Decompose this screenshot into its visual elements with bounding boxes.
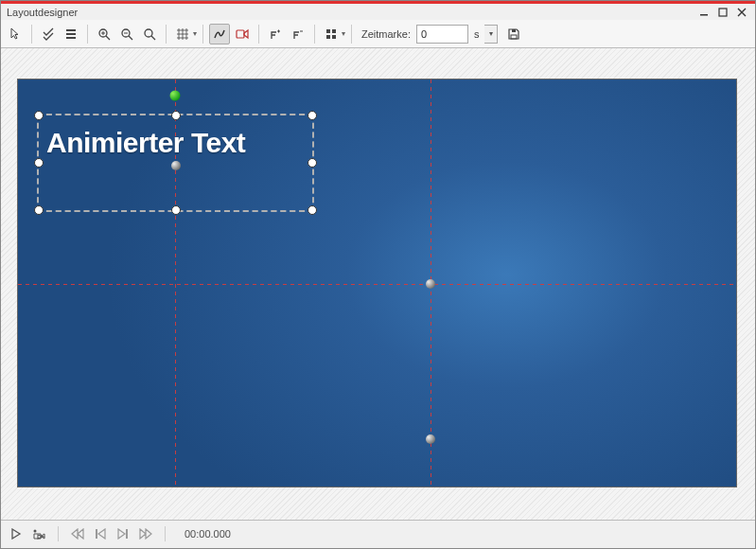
forward-button[interactable] xyxy=(136,525,155,542)
selection-box[interactable]: Animierter Text xyxy=(37,114,314,212)
handle-ne[interactable] xyxy=(308,111,317,120)
svg-point-7 xyxy=(145,29,152,37)
keyframe-remove-icon[interactable] xyxy=(288,24,308,44)
playback-bar: 00:00.000 xyxy=(1,520,755,547)
handle-w[interactable] xyxy=(34,158,44,168)
rotation-pivot[interactable] xyxy=(170,91,181,101)
window-title: Layoutdesigner xyxy=(7,7,78,18)
handle-n[interactable] xyxy=(171,111,181,120)
record-icon[interactable] xyxy=(232,24,253,44)
svg-rect-16 xyxy=(96,529,97,539)
design-canvas[interactable]: Animierter Text xyxy=(17,79,737,487)
animated-text[interactable]: Animierter Text xyxy=(46,127,245,159)
playback-time: 00:00.000 xyxy=(185,528,231,540)
timemark-unit: s xyxy=(474,28,480,40)
minimize-button[interactable] xyxy=(696,6,712,19)
grid-icon[interactable] xyxy=(172,24,193,44)
svg-rect-9 xyxy=(326,29,330,33)
handle-nw[interactable] xyxy=(34,111,44,120)
save-icon[interactable] xyxy=(503,24,524,44)
svg-rect-14 xyxy=(512,29,516,32)
svg-rect-4 xyxy=(66,37,76,39)
settings-icon[interactable] xyxy=(321,24,342,44)
timemark-dropdown[interactable]: ▾ xyxy=(484,25,498,44)
select-tool[interactable] xyxy=(38,24,59,44)
svg-rect-0 xyxy=(700,14,708,16)
svg-rect-10 xyxy=(332,29,336,33)
next-frame-button[interactable] xyxy=(114,525,132,542)
svg-rect-2 xyxy=(66,29,76,31)
toolbar: ▾ ▾ Zeitmarke: s ▾ xyxy=(1,20,755,48)
svg-rect-17 xyxy=(126,529,128,539)
svg-point-15 xyxy=(34,530,37,533)
svg-rect-8 xyxy=(237,30,244,38)
handle-e[interactable] xyxy=(308,158,317,168)
play-from-button[interactable] xyxy=(29,525,48,542)
maximize-button[interactable] xyxy=(715,6,730,19)
titlebar: Layoutdesigner xyxy=(1,1,755,20)
timemark-input[interactable] xyxy=(416,25,468,44)
svg-rect-12 xyxy=(332,35,336,39)
zoom-out-icon[interactable] xyxy=(116,24,137,44)
path-tool[interactable] xyxy=(209,24,230,44)
handle-sw[interactable] xyxy=(34,205,44,215)
svg-rect-1 xyxy=(719,9,727,16)
timemark-label: Zeitmarke: xyxy=(361,28,411,40)
canvas-area[interactable]: Animierter Text xyxy=(1,48,755,520)
svg-rect-3 xyxy=(66,33,76,35)
pointer-tool[interactable] xyxy=(5,24,26,44)
handle-s[interactable] xyxy=(171,205,181,215)
object-center[interactable] xyxy=(171,161,181,170)
anchor-marker[interactable] xyxy=(426,434,435,444)
play-button[interactable] xyxy=(7,525,26,542)
keyframe-add-icon[interactable] xyxy=(265,24,286,44)
close-button[interactable] xyxy=(734,6,749,19)
svg-rect-11 xyxy=(326,35,330,39)
guide-horizontal[interactable] xyxy=(18,284,736,285)
align-tool[interactable] xyxy=(61,24,81,44)
zoom-fit-icon[interactable] xyxy=(139,24,160,44)
rewind-button[interactable] xyxy=(68,525,87,542)
prev-frame-button[interactable] xyxy=(91,525,110,542)
center-marker[interactable] xyxy=(426,279,435,289)
handle-se[interactable] xyxy=(308,205,317,215)
zoom-in-icon[interactable] xyxy=(94,24,114,44)
